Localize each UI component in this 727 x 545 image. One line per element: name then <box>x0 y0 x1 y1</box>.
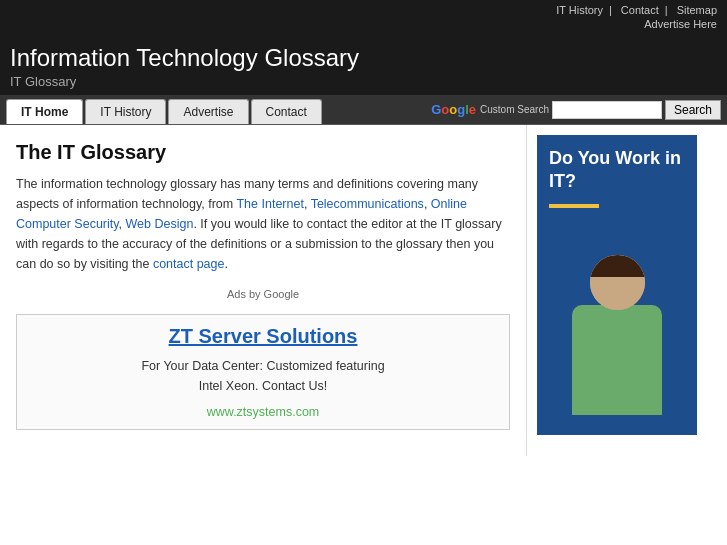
separator2: | <box>665 4 668 16</box>
nav-bar: IT Home IT History Advertise Contact Goo… <box>0 95 727 125</box>
link-internet[interactable]: The Internet <box>236 197 303 211</box>
person-head <box>590 255 645 310</box>
main-layout: The IT Glossary The information technolo… <box>0 125 727 456</box>
search-input[interactable] <box>552 101 662 119</box>
zt-title-link[interactable]: ZT Server Solutions <box>27 325 499 348</box>
separator1: | <box>609 4 612 16</box>
top-nav-links: IT History | Contact | Sitemap <box>552 4 717 16</box>
person-body <box>572 305 662 415</box>
google-logo: Google <box>431 102 476 117</box>
link-contact-page[interactable]: contact page <box>153 257 225 271</box>
content-heading: The IT Glossary <box>16 141 510 164</box>
comma1: , <box>304 197 311 211</box>
it-history-link[interactable]: IT History <box>556 4 603 16</box>
top-links: IT History | Contact | Sitemap Advertise… <box>552 4 717 30</box>
link-webdesign[interactable]: Web Design <box>126 217 194 231</box>
sidebar-ad-bar <box>549 204 599 208</box>
comma3: , <box>119 217 126 231</box>
sidebar-ad-text: Do You Work in IT? <box>549 147 685 194</box>
tab-advertise[interactable]: Advertise <box>168 99 248 124</box>
ad-block: ZT Server Solutions For Your Data Center… <box>16 314 510 430</box>
tab-contact[interactable]: Contact <box>251 99 322 124</box>
search-button[interactable]: Search <box>665 100 721 120</box>
tab-it-home[interactable]: IT Home <box>6 99 83 124</box>
content-paragraph: The information technology glossary has … <box>16 174 510 274</box>
ads-by-google: Ads by Google <box>16 288 510 300</box>
link-telecom[interactable]: Telecommunications <box>311 197 424 211</box>
tab-it-history[interactable]: IT History <box>85 99 166 124</box>
site-subtitle: IT Glossary <box>10 74 717 89</box>
header: Information Technology Glossary IT Gloss… <box>0 34 727 95</box>
comma2: , <box>424 197 431 211</box>
period: . <box>224 257 227 271</box>
search-area: Google Custom Search Search <box>425 96 727 124</box>
content-area: The IT Glossary The information technolo… <box>0 125 527 456</box>
zt-description: For Your Data Center: Customized featuri… <box>27 356 499 396</box>
advertise-link[interactable]: Advertise Here <box>644 18 717 30</box>
sitemap-link[interactable]: Sitemap <box>677 4 717 16</box>
google-label: Google Custom Search <box>431 102 549 117</box>
person-figure <box>557 255 677 435</box>
sidebar-ad-person <box>537 255 697 435</box>
sidebar: Do You Work in IT? <box>527 125 727 456</box>
top-bar: IT History | Contact | Sitemap Advertise… <box>0 0 727 34</box>
sidebar-ad: Do You Work in IT? <box>537 135 697 435</box>
zt-url-link[interactable]: www.ztsystems.com <box>207 405 320 419</box>
person-face <box>590 255 645 310</box>
person-hair <box>590 255 645 277</box>
site-title: Information Technology Glossary <box>10 44 717 72</box>
custom-search-label: Custom Search <box>480 104 549 115</box>
contact-link-top[interactable]: Contact <box>621 4 659 16</box>
